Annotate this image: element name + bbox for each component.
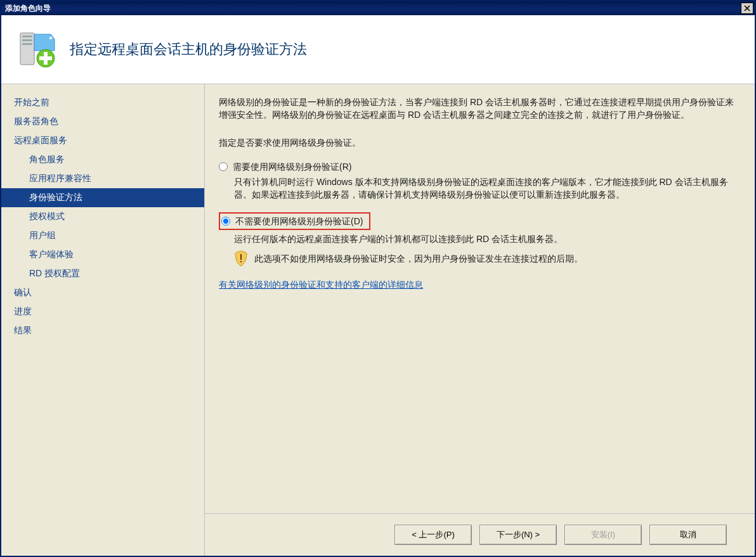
sidebar-item-app-compat[interactable]: 应用程序兼容性 <box>1 169 204 188</box>
svg-rect-8 <box>39 56 52 60</box>
sidebar-item-client-experience[interactable]: 客户端体验 <box>1 245 204 264</box>
warning-text: 此选项不如使用网络级身份验证时安全，因为用户身份验证发生在连接过程的后期。 <box>254 252 583 265</box>
wizard-icon <box>16 29 57 70</box>
svg-rect-9 <box>240 254 242 260</box>
more-info-link-row: 有关网络级别的身份验证和支持的客户端的详细信息 <box>219 278 741 310</box>
warning-icon <box>234 250 248 267</box>
option-no-nla: 不需要使用网络级别身份验证(D) 运行任何版本的远程桌面连接客户端的计算机都可以… <box>219 212 741 267</box>
prompt-text: 指定是否要求使用网络级身份验证。 <box>219 136 741 149</box>
radio-require-nla-label: 需要使用网络级别身份验证(R) <box>233 160 351 173</box>
sidebar-item-confirm[interactable]: 确认 <box>1 283 204 302</box>
svg-marker-4 <box>34 34 55 51</box>
svg-rect-10 <box>240 261 242 262</box>
page-title: 指定远程桌面会话主机的身份验证方法 <box>70 40 307 59</box>
radio-no-nla-label: 不需要使用网络级别身份验证(D) <box>235 215 363 227</box>
radio-require-nla-desc: 只有计算机同时运行 Windows 版本和支持网络级别身份验证的远程桌面连接的客… <box>234 176 741 201</box>
svg-rect-3 <box>22 43 32 45</box>
sidebar-item-progress[interactable]: 进度 <box>1 302 204 321</box>
svg-rect-1 <box>22 35 32 37</box>
close-button[interactable] <box>741 3 753 14</box>
radio-require-nla[interactable] <box>219 162 228 171</box>
highlight-selected-option: 不需要使用网络级别身份验证(D) <box>219 212 370 230</box>
close-icon <box>744 5 750 11</box>
sidebar: 开始之前 服务器角色 远程桌面服务 角色服务 应用程序兼容性 身份验证方法 授权… <box>1 84 205 556</box>
sidebar-item-licensing-mode[interactable]: 授权模式 <box>1 207 204 226</box>
content-panel: 网络级别的身份验证是一种新的身份验证方法，当客户端连接到 RD 会话主机服务器时… <box>205 84 755 556</box>
content-inner: 网络级别的身份验证是一种新的身份验证方法，当客户端连接到 RD 会话主机服务器时… <box>219 96 741 513</box>
header: 指定远程桌面会话主机的身份验证方法 <box>1 15 755 84</box>
wizard-window: 添加角色向导 指定远程桌面会话主机的身份验 <box>0 0 756 557</box>
footer: < 上一步(P) 下一步(N) > 安装(I) 取消 <box>219 514 741 556</box>
sidebar-item-rds[interactable]: 远程桌面服务 <box>1 131 204 150</box>
sidebar-item-server-roles[interactable]: 服务器角色 <box>1 112 204 131</box>
sidebar-item-rd-licensing-config[interactable]: RD 授权配置 <box>1 264 204 283</box>
sidebar-item-before-begin[interactable]: 开始之前 <box>1 93 204 112</box>
option-require-nla: 需要使用网络级别身份验证(R) 只有计算机同时运行 Windows 版本和支持网… <box>219 160 741 201</box>
radio-no-nla[interactable] <box>221 217 230 226</box>
install-button: 安装(I) <box>564 525 642 545</box>
warning-row: 此选项不如使用网络级身份验证时安全，因为用户身份验证发生在连接过程的后期。 <box>234 250 741 267</box>
prev-button[interactable]: < 上一步(P) <box>394 525 472 545</box>
svg-rect-0 <box>20 33 34 65</box>
radio-no-nla-desc: 运行任何版本的远程桌面连接客户端的计算机都可以连接到此 RD 会话主机服务器。 <box>234 233 741 245</box>
svg-rect-2 <box>22 39 32 41</box>
sidebar-item-auth-method[interactable]: 身份验证方法 <box>1 188 204 207</box>
sidebar-item-results[interactable]: 结果 <box>1 321 204 340</box>
intro-text: 网络级别的身份验证是一种新的身份验证方法，当客户端连接到 RD 会话主机服务器时… <box>219 96 741 121</box>
next-button[interactable]: 下一步(N) > <box>479 525 557 545</box>
svg-point-5 <box>49 37 52 39</box>
more-info-link[interactable]: 有关网络级别的身份验证和支持的客户端的详细信息 <box>219 279 423 290</box>
cancel-button[interactable]: 取消 <box>649 525 727 545</box>
window-title: 添加角色向导 <box>5 3 741 14</box>
titlebar: 添加角色向导 <box>1 1 755 15</box>
body: 开始之前 服务器角色 远程桌面服务 角色服务 应用程序兼容性 身份验证方法 授权… <box>1 84 755 556</box>
sidebar-item-role-services[interactable]: 角色服务 <box>1 150 204 169</box>
sidebar-item-user-groups[interactable]: 用户组 <box>1 226 204 245</box>
